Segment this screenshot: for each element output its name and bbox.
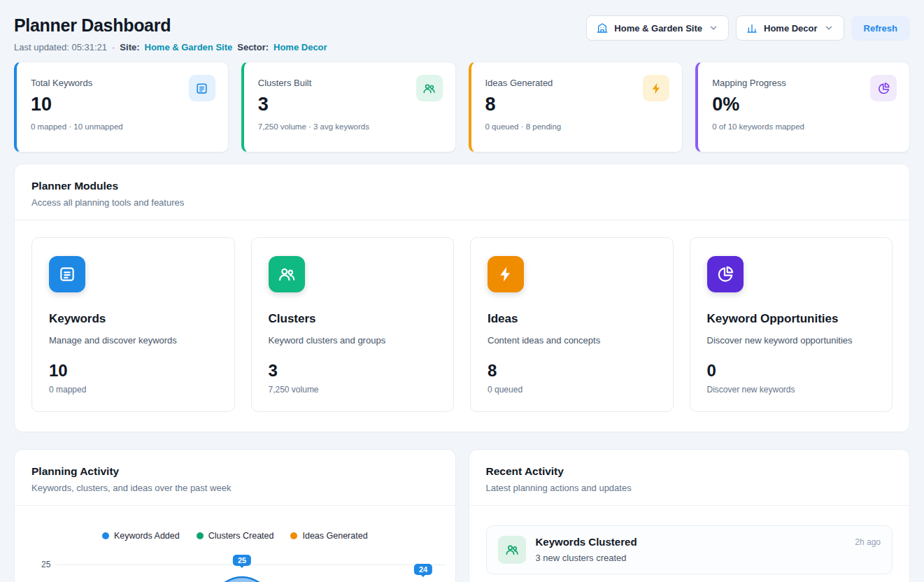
data-point-label: 24 [414,564,432,575]
planner-dashboard-page: Planner Dashboard Last updated: 05:31:21… [0,0,924,582]
bolt-icon [643,75,669,101]
document-icon [189,75,215,101]
activity-item-title: Keywords Clustered [536,536,846,548]
planning-activity-subtitle: Keywords, clusters, and ideas over the p… [31,483,439,493]
y-axis-tick: 25 [41,560,50,569]
sector-selector-dropdown[interactable]: Home Decor [736,15,844,41]
data-point-label: 25 [233,555,251,566]
module-description: Discover new keyword opportunities [707,335,876,346]
recent-activity-title: Recent Activity [486,465,893,478]
stat-label: Total Keywords [31,78,214,88]
module-sub: 0 queued [488,385,656,395]
legend-item-keywords-added: Keywords Added [102,531,180,541]
site-label: Site: [120,42,139,52]
bar-chart-icon [746,22,758,34]
stat-value: 10 [31,94,214,115]
module-card-keyword-opportunities[interactable]: Keyword Opportunities Discover new keywo… [690,237,893,412]
legend-dot-blue [102,532,109,539]
module-sub: Discover new keywords [707,385,876,395]
legend-label: Ideas Generated [302,531,367,541]
sector-label: Sector: [237,42,269,52]
module-title: Keywords [49,312,218,326]
sector-selector-value: Home Decor [764,23,818,34]
pie-chart-icon [870,75,897,101]
header-left: Planner Dashboard Last updated: 05:31:21… [14,15,327,52]
page-title: Planner Dashboard [14,15,327,36]
chevron-down-icon [709,23,718,33]
module-value: 8 [488,361,656,381]
legend-dot-orange [290,532,297,539]
planner-modules-section: Planner Modules Access all planning tool… [14,164,910,432]
activity-item-keywords-clustered[interactable]: Keywords Clustered 3 new clusters create… [486,525,893,574]
planning-activity-title: Planning Activity [31,465,439,478]
activity-item-body: Keywords Clustered 3 new clusters create… [536,536,846,563]
stat-label: Mapping Progress [712,78,895,88]
users-icon [416,75,443,101]
modules-grid: Keywords Manage and discover keywords 10… [15,220,909,432]
legend-item-ideas-generated: Ideas Generated [290,531,367,541]
legend-label: Clusters Created [208,531,274,541]
stat-value: 8 [485,94,669,115]
header-controls: Home & Garden Site Home Decor Refresh [586,15,910,41]
recent-activity-header: Recent Activity Latest planning actions … [469,450,910,506]
module-value: 0 [707,361,876,381]
stat-card-total-keywords: Total Keywords 10 0 mapped · 10 unmapped [14,62,229,152]
legend-dot-green [197,532,204,539]
stat-sub: 7,250 volume · 3 avg keywords [258,122,441,131]
activity-item-description: 3 new clusters created [536,553,846,563]
sector-link[interactable]: Home Decor [273,42,327,52]
bottom-row: Planning Activity Keywords, clusters, an… [0,432,924,582]
recent-activity-panel: Recent Activity Latest planning actions … [469,449,911,582]
bolt-icon [488,256,524,292]
planning-activity-chart: 25 25 24 [15,556,455,582]
last-updated-text: Last updated: 05:31:21 [14,42,107,52]
module-card-ideas[interactable]: Ideas Content ideas and concepts 8 0 que… [470,237,674,412]
legend-item-clusters-created: Clusters Created [197,531,274,541]
recent-activity-subtitle: Latest planning actions and updates [486,483,893,493]
stat-value: 0% [712,94,895,115]
activity-item-timestamp: 2h ago [855,537,881,547]
module-title: Keyword Opportunities [707,312,876,326]
modules-subtitle: Access all planning tools and features [31,197,893,208]
header: Planner Dashboard Last updated: 05:31:21… [0,0,924,52]
planning-activity-header: Planning Activity Keywords, clusters, an… [15,450,455,506]
module-card-clusters[interactable]: Clusters Keyword clusters and groups 3 7… [251,237,455,412]
modules-header: Planner Modules Access all planning tool… [15,164,909,220]
module-description: Manage and discover keywords [49,335,218,346]
users-icon [498,536,526,564]
module-title: Ideas [488,312,656,326]
stat-sub: 0 of 10 keywords mapped [712,122,895,131]
stats-row: Total Keywords 10 0 mapped · 10 unmapped… [0,52,924,152]
modules-title: Planner Modules [31,180,893,192]
module-sub: 7,250 volume [269,385,437,395]
module-value: 10 [49,361,218,381]
chevron-down-icon [824,23,834,33]
planning-activity-panel: Planning Activity Keywords, clusters, an… [14,449,456,582]
module-title: Clusters [269,312,437,326]
stat-label: Clusters Built [258,78,441,88]
refresh-button[interactable]: Refresh [851,16,910,41]
module-card-keywords[interactable]: Keywords Manage and discover keywords 10… [31,237,235,412]
building-icon [597,22,608,34]
legend-label: Keywords Added [114,531,180,541]
module-description: Content ideas and concepts [488,335,656,346]
site-selector-dropdown[interactable]: Home & Garden Site [586,15,729,41]
users-icon [269,256,305,292]
module-sub: 0 mapped [49,385,218,395]
stat-card-mapping-progress: Mapping Progress 0% 0 of 10 keywords map… [695,62,910,152]
stat-sub: 0 queued · 8 pending [485,122,669,131]
pie-chart-icon [707,256,744,292]
stat-label: Ideas Generated [485,78,669,88]
stat-sub: 0 mapped · 10 unmapped [31,122,214,131]
document-icon [49,256,85,292]
site-selector-value: Home & Garden Site [614,23,702,34]
header-meta: Last updated: 05:31:21 · Site: Home & Ga… [14,42,327,52]
stat-card-clusters-built: Clusters Built 3 7,250 volume · 3 avg ke… [241,62,456,152]
stat-card-ideas-generated: Ideas Generated 8 0 queued · 8 pending [469,62,683,152]
meta-separator: · [112,42,115,52]
module-description: Keyword clusters and groups [269,335,437,346]
stat-value: 3 [258,94,441,115]
site-link[interactable]: Home & Garden Site [145,42,233,52]
module-value: 3 [269,361,437,381]
chart-legend: Keywords Added Clusters Created Ideas Ge… [15,531,455,541]
